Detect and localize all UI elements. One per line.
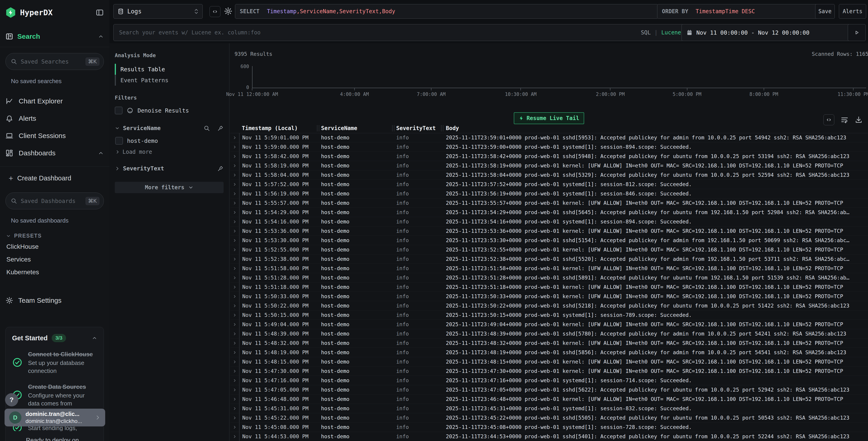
- row-expand-icon[interactable]: [230, 323, 239, 326]
- sidebar-item-dashboards[interactable]: Dashboards: [5, 144, 104, 162]
- row-expand-icon[interactable]: [230, 388, 239, 392]
- row-expand-icon[interactable]: [230, 266, 239, 270]
- order-by-input[interactable]: ORDER BY TimestampTime DESC: [657, 4, 820, 19]
- get-started-step[interactable]: Connect to ClickHouse Set up your databa…: [12, 350, 97, 375]
- table-row[interactable]: Nov 11 5:54:29.000 PM host-demo info 202…: [230, 208, 868, 217]
- filter-group-severitytext[interactable]: SeverityText: [115, 165, 224, 172]
- table-row[interactable]: Nov 11 5:51:28.000 PM host-demo info 202…: [230, 273, 868, 283]
- event-search-box[interactable]: SQL | Lucene: [114, 24, 686, 41]
- row-expand-icon[interactable]: [230, 136, 239, 140]
- table-row[interactable]: Nov 11 5:53:30.000 PM host-demo info 202…: [230, 236, 868, 245]
- sidebar-item-chart-explorer[interactable]: Chart Explorer: [5, 92, 104, 110]
- table-row[interactable]: Nov 11 5:47:30.000 PM host-demo info 202…: [230, 366, 868, 376]
- row-expand-icon[interactable]: [230, 435, 239, 439]
- row-expand-icon[interactable]: [230, 379, 239, 382]
- row-expand-icon[interactable]: [230, 425, 239, 429]
- col-timestamp[interactable]: Timestamp (Local): [239, 125, 318, 131]
- table-row[interactable]: Nov 11 5:49:04.000 PM host-demo info 202…: [230, 320, 868, 329]
- col-severitytext[interactable]: SeverityText: [394, 125, 443, 131]
- alerts-button[interactable]: Alerts: [839, 4, 866, 19]
- row-expand-icon[interactable]: [230, 210, 239, 214]
- table-row[interactable]: Nov 11 5:52:38.000 PM host-demo info 202…: [230, 255, 868, 264]
- table-row[interactable]: Nov 11 5:58:42.000 PM host-demo info 202…: [230, 152, 868, 161]
- table-row[interactable]: Nov 11 5:58:04.000 PM host-demo info 202…: [230, 170, 868, 180]
- collapse-sidebar-icon[interactable]: [96, 8, 104, 17]
- query-settings-gear-icon[interactable]: [224, 7, 233, 16]
- select-clause-input[interactable]: SELECT Timestamp,ServiceName,SeverityTex…: [235, 4, 658, 19]
- user-menu[interactable]: D dominic.tran@clic... dominic.tran@clic…: [5, 409, 105, 427]
- column-resize-handle[interactable]: [392, 125, 394, 131]
- table-row[interactable]: Nov 11 5:48:15.000 PM host-demo info 202…: [230, 357, 868, 366]
- more-filters-button[interactable]: More filters: [115, 182, 224, 193]
- column-resize-handle[interactable]: [441, 125, 443, 131]
- chevron-up-icon[interactable]: [98, 33, 104, 39]
- get-started-step[interactable]: Create Data Sources Configure where your…: [12, 383, 97, 407]
- saved-searches-input[interactable]: [20, 58, 82, 65]
- table-row[interactable]: Nov 11 5:59:01.000 PM host-demo info 202…: [230, 133, 868, 142]
- row-expand-icon[interactable]: [230, 285, 239, 289]
- row-expand-icon[interactable]: [230, 145, 239, 149]
- row-expand-icon[interactable]: [230, 369, 239, 373]
- mode-results-table[interactable]: Results Table: [115, 64, 224, 75]
- table-row[interactable]: Nov 11 5:50:33.000 PM host-demo info 202…: [230, 292, 868, 301]
- row-expand-icon[interactable]: [230, 397, 239, 401]
- text-wrap-toggle[interactable]: [841, 116, 848, 124]
- mode-event-patterns[interactable]: Event Patterns: [115, 75, 224, 86]
- row-expand-icon[interactable]: [230, 360, 239, 364]
- presets-toggle[interactable]: PRESETS: [6, 233, 104, 239]
- pin-icon[interactable]: [217, 165, 224, 172]
- sidebar-item-alerts[interactable]: Alerts: [5, 110, 104, 127]
- table-row[interactable]: Nov 11 5:50:22.000 PM host-demo info 202…: [230, 301, 868, 311]
- sidebar-item-client-sessions[interactable]: Client Sessions: [5, 127, 104, 144]
- row-expand-icon[interactable]: [230, 332, 239, 336]
- help-button[interactable]: ?: [5, 393, 18, 406]
- row-expand-icon[interactable]: [230, 182, 239, 186]
- row-expand-icon[interactable]: [230, 201, 239, 205]
- create-dashboard-button[interactable]: + Create Dashboard: [5, 170, 104, 186]
- chevron-up-icon[interactable]: [98, 150, 104, 156]
- table-row[interactable]: Nov 11 5:57:52.000 PM host-demo info 202…: [230, 180, 868, 189]
- source-select[interactable]: Logs: [114, 4, 203, 19]
- row-expand-icon[interactable]: [230, 304, 239, 308]
- table-row[interactable]: Nov 11 5:44:53.000 PM host-demo info 202…: [230, 432, 868, 441]
- row-expand-icon[interactable]: [230, 276, 239, 280]
- table-row[interactable]: Nov 11 5:47:05.000 PM host-demo info 202…: [230, 385, 868, 394]
- row-expand-icon[interactable]: [230, 229, 239, 233]
- table-row[interactable]: Nov 11 5:47:16.000 PM host-demo info 202…: [230, 376, 868, 385]
- row-expand-icon[interactable]: [230, 407, 239, 410]
- preset-clickhouse[interactable]: ClickHouse: [5, 240, 104, 253]
- table-row[interactable]: Nov 11 5:45:31.000 PM host-demo info 202…: [230, 404, 868, 413]
- run-query-button[interactable]: [848, 24, 866, 41]
- denoise-checkbox[interactable]: [115, 107, 123, 114]
- servicename-host-demo-checkbox[interactable]: [115, 137, 123, 145]
- row-expand-icon[interactable]: [230, 173, 239, 177]
- column-resize-handle[interactable]: [317, 125, 319, 131]
- table-row[interactable]: Nov 11 5:46:48.000 PM host-demo info 202…: [230, 394, 868, 404]
- table-row[interactable]: Nov 11 5:54:16.000 PM host-demo info 202…: [230, 217, 868, 227]
- table-row[interactable]: Nov 11 5:50:15.000 PM host-demo info 202…: [230, 311, 868, 320]
- event-search-input[interactable]: [119, 29, 637, 36]
- table-row[interactable]: Nov 11 5:55:57.000 PM host-demo info 202…: [230, 198, 868, 208]
- date-range-picker[interactable]: Nov 11 00:00:00 - Nov 12 00:00:00: [682, 24, 851, 41]
- row-expand-icon[interactable]: [230, 313, 239, 317]
- table-row[interactable]: Nov 11 5:58:19.000 PM host-demo info 202…: [230, 161, 868, 170]
- row-expand-icon[interactable]: [230, 351, 239, 354]
- pin-icon[interactable]: [217, 125, 224, 131]
- preset-services[interactable]: Services: [5, 253, 104, 266]
- load-more-button[interactable]: Load more: [115, 149, 224, 155]
- row-expand-icon[interactable]: [230, 220, 239, 224]
- row-expand-icon[interactable]: [230, 238, 239, 242]
- chevron-up-icon[interactable]: [92, 335, 97, 341]
- row-expand-icon[interactable]: [230, 248, 239, 252]
- save-button[interactable]: Save: [815, 4, 835, 19]
- filter-group-servicename[interactable]: ServiceName: [115, 125, 224, 131]
- saved-dashboards-input[interactable]: [20, 198, 82, 205]
- download-icon[interactable]: [855, 116, 863, 124]
- table-row[interactable]: Nov 11 5:51:58.000 PM host-demo info 202…: [230, 264, 868, 273]
- preset-kubernetes[interactable]: Kubernetes: [5, 266, 104, 278]
- table-row[interactable]: Nov 11 5:48:39.000 PM host-demo info 202…: [230, 329, 868, 339]
- table-row[interactable]: Nov 11 5:45:08.000 PM host-demo info 202…: [230, 422, 868, 432]
- table-row[interactable]: Nov 11 5:51:18.000 PM host-demo info 202…: [230, 283, 868, 292]
- row-expand-icon[interactable]: [230, 257, 239, 261]
- row-expand-icon[interactable]: [230, 164, 239, 168]
